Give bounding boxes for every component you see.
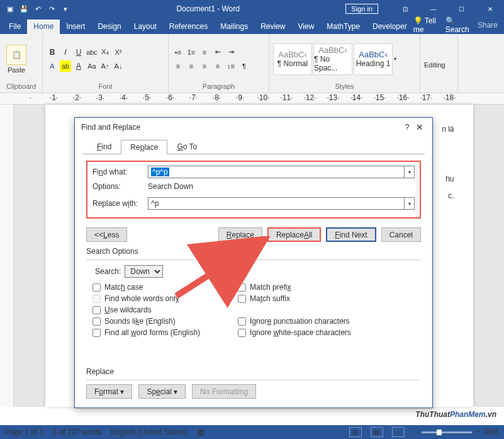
line-spacing-button[interactable]: ↕≡ <box>225 60 237 72</box>
paste-button[interactable]: 📋 Paste <box>4 43 29 75</box>
align-right-button[interactable]: ≡ <box>199 60 210 72</box>
undo-icon[interactable]: ↶ <box>33 4 43 14</box>
redo-icon[interactable]: ↷ <box>47 4 57 14</box>
outdent-button[interactable]: ⇤ <box>212 47 223 58</box>
editing-button[interactable]: Editing <box>424 61 445 69</box>
zoom-out-button[interactable]: − <box>413 428 418 436</box>
dialog-close-button[interactable]: ✕ <box>413 122 426 132</box>
sign-in-button[interactable]: Sign in <box>345 4 378 14</box>
replace-all-button[interactable]: Replace All <box>267 227 321 242</box>
strike-button[interactable]: abc <box>86 47 98 58</box>
styles-more-button[interactable]: ▾ <box>394 56 401 62</box>
tab-layout[interactable]: Layout <box>128 20 163 34</box>
tab-developer[interactable]: Developer <box>366 20 413 34</box>
cancel-button[interactable]: Cancel <box>381 227 421 242</box>
font-color-button[interactable]: A <box>73 60 84 72</box>
style-heading1[interactable]: AaBbC‹Heading 1 <box>354 43 393 75</box>
find-next-button[interactable]: Find Next <box>326 227 376 242</box>
align-left-button[interactable]: ≡ <box>172 60 184 72</box>
replace-with-input[interactable]: ^p▾ <box>148 197 415 210</box>
numbering-button[interactable]: 1≡ <box>186 47 197 58</box>
justify-button[interactable]: ≡ <box>212 60 223 72</box>
page-count[interactable]: Page 1 of 1 <box>5 428 43 436</box>
word-forms-checkbox[interactable]: Find all word forms (English) <box>92 328 200 337</box>
bullets-button[interactable]: •≡ <box>172 47 184 58</box>
language[interactable]: English (United States) <box>111 428 188 436</box>
group-styles: Styles <box>273 81 416 91</box>
italic-button[interactable]: I <box>60 47 71 58</box>
word-count[interactable]: 8 of 207 words <box>52 428 102 436</box>
window-buttons: ⊡ — ☐ ✕ <box>391 0 504 18</box>
match-prefix-checkbox[interactable]: Match prefix <box>238 283 351 292</box>
wildcards-checkbox[interactable]: Use wildcards <box>92 305 200 314</box>
tab-insert[interactable]: Insert <box>60 20 91 34</box>
options-value: Search Down <box>148 182 193 191</box>
no-formatting-button: No Formatting <box>192 384 256 399</box>
shrink-font-button[interactable]: A↓ <box>113 60 124 72</box>
multilevel-button[interactable]: ≡ <box>199 47 210 58</box>
save-icon[interactable]: 💾 <box>19 4 29 14</box>
underline-button[interactable]: U <box>73 47 84 58</box>
ignore-white-checkbox[interactable]: Ignore white-space characters <box>238 328 351 337</box>
indent-button[interactable]: ⇥ <box>225 47 237 58</box>
zoom-in-button[interactable]: + <box>476 428 480 436</box>
minimize-button[interactable]: — <box>419 0 447 18</box>
tab-mailings[interactable]: Mailings <box>214 20 254 34</box>
macro-icon[interactable]: ▦ <box>197 428 204 436</box>
style-normal[interactable]: AaBbC‹¶ Normal <box>273 43 312 75</box>
status-bar: Page 1 of 1 8 of 207 words English (Unit… <box>0 425 504 439</box>
dialog-tab-find[interactable]: Find <box>87 139 121 154</box>
dialog-tab-goto[interactable]: Go To <box>167 139 206 154</box>
format-button[interactable]: Format ▾ <box>86 384 132 399</box>
tab-design[interactable]: Design <box>91 20 127 34</box>
bold-button[interactable]: B <box>47 47 58 58</box>
title-bar: ▣ 💾 ↶ ↷ ▾ Document1 - Word Sign in ⊡ — ☐… <box>0 0 504 18</box>
tell-me[interactable]: 💡 Tell me <box>413 16 440 34</box>
style-no-spacing[interactable]: AaBbC‹¶ No Spac... <box>313 43 352 75</box>
horizontal-ruler[interactable]: ··1··2··3··4··5··6··7··8··9··10··11··12·… <box>0 93 504 105</box>
chevron-down-icon[interactable]: ▾ <box>404 198 414 209</box>
ribbon-options-icon[interactable]: ⊡ <box>391 0 419 18</box>
web-layout-button[interactable]: ▭ <box>392 427 405 437</box>
match-case-checkbox[interactable]: Match case <box>92 283 200 292</box>
options-label: Options: <box>92 182 148 191</box>
group-clipboard: Clipboard <box>4 81 38 91</box>
close-button[interactable]: ✕ <box>476 0 504 18</box>
dialog-help-button[interactable]: ? <box>401 123 413 132</box>
qat-dropdown-icon[interactable]: ▾ <box>60 4 70 14</box>
align-center-button[interactable]: ≡ <box>186 60 197 72</box>
dialog-tab-replace[interactable]: Replace <box>121 140 167 154</box>
tab-file[interactable]: File <box>3 20 27 34</box>
subscript-button[interactable]: X₂ <box>99 47 111 58</box>
quick-access-toolbar: ▣ 💾 ↶ ↷ ▾ <box>0 4 70 14</box>
find-what-input[interactable]: ^p^p▾ <box>148 166 415 178</box>
read-mode-button[interactable]: ▤ <box>349 427 362 437</box>
tab-review[interactable]: Review <box>254 20 291 34</box>
highlight-button[interactable]: ab <box>60 60 71 72</box>
zoom-slider[interactable] <box>422 431 472 433</box>
search-ribbon[interactable]: 🔍 Search <box>445 16 473 34</box>
watermark: ThuThuatPhanMem.vn <box>415 406 496 420</box>
share-button[interactable]: Share <box>478 21 498 30</box>
print-layout-button[interactable]: ▦ <box>371 427 383 437</box>
less-button[interactable]: << Less <box>86 227 127 242</box>
maximize-button[interactable]: ☐ <box>447 0 476 18</box>
text-effects-button[interactable]: A <box>47 60 58 72</box>
tab-mathtype[interactable]: MathType <box>320 20 366 34</box>
match-suffix-checkbox[interactable]: Match suffix <box>238 294 351 303</box>
tab-home[interactable]: Home <box>27 20 60 34</box>
superscript-button[interactable]: X² <box>113 47 124 58</box>
search-direction-select[interactable]: Down <box>125 265 163 278</box>
ignore-punct-checkbox[interactable]: Ignore punctuation characters <box>238 317 351 326</box>
sounds-like-checkbox[interactable]: Sounds like (English) <box>92 317 200 326</box>
change-case-button[interactable]: Aa <box>86 60 98 72</box>
chevron-down-icon[interactable]: ▾ <box>404 166 414 178</box>
tab-references[interactable]: References <box>163 20 214 34</box>
show-marks-button[interactable]: ¶ <box>238 60 250 72</box>
tab-view[interactable]: View <box>292 20 321 34</box>
replace-button[interactable]: Replace <box>218 227 262 242</box>
special-button[interactable]: Special ▾ <box>138 384 186 399</box>
grow-font-button[interactable]: A↑ <box>99 60 111 72</box>
zoom-level[interactable]: 86% <box>484 428 499 436</box>
vertical-ruler[interactable] <box>0 105 14 407</box>
